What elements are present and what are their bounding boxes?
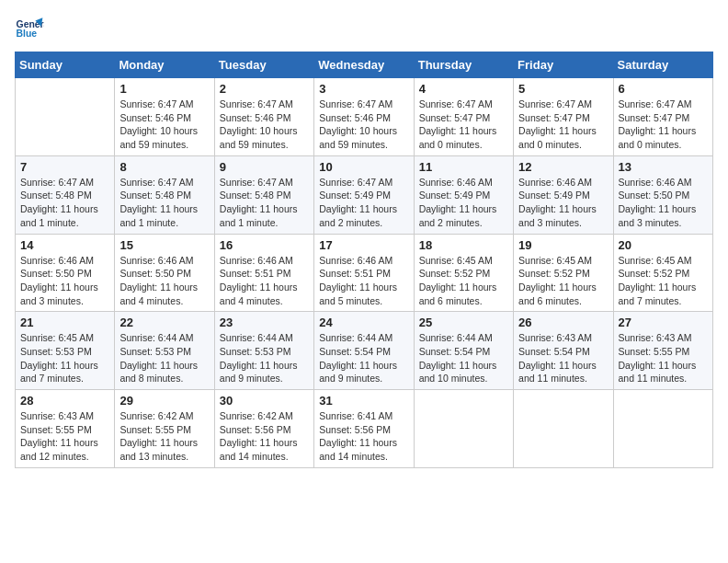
day-info: Sunrise: 6:46 AM Sunset: 5:51 PM Dayligh… <box>220 254 309 308</box>
day-info: Sunrise: 6:47 AM Sunset: 5:47 PM Dayligh… <box>619 98 708 152</box>
day-of-week-header: Wednesday <box>314 52 414 78</box>
day-number: 13 <box>619 160 708 174</box>
logo-icon: General Blue <box>15 15 44 44</box>
day-number: 15 <box>119 238 209 252</box>
day-number: 23 <box>220 316 309 329</box>
day-info: Sunrise: 6:41 AM Sunset: 5:56 PM Dayligh… <box>319 409 408 464</box>
calendar-cell: 24Sunrise: 6:44 AM Sunset: 5:54 PM Dayli… <box>314 312 414 390</box>
calendar-cell: 17Sunrise: 6:46 AM Sunset: 5:51 PM Dayli… <box>314 234 414 312</box>
calendar-cell: 12Sunrise: 6:46 AM Sunset: 5:49 PM Dayli… <box>514 155 613 234</box>
day-number: 1 <box>119 82 209 96</box>
day-info: Sunrise: 6:43 AM Sunset: 5:55 PM Dayligh… <box>619 331 708 385</box>
calendar-cell <box>414 390 513 468</box>
day-number: 12 <box>518 160 608 174</box>
day-number: 31 <box>319 394 408 408</box>
day-info: Sunrise: 6:46 AM Sunset: 5:49 PM Dayligh… <box>518 176 608 230</box>
calendar-cell: 5Sunrise: 6:47 AM Sunset: 5:47 PM Daylig… <box>514 78 613 156</box>
day-number: 28 <box>20 394 109 408</box>
day-info: Sunrise: 6:44 AM Sunset: 5:54 PM Dayligh… <box>419 331 508 385</box>
day-info: Sunrise: 6:45 AM Sunset: 5:53 PM Dayligh… <box>20 331 109 385</box>
day-number: 26 <box>518 316 608 329</box>
day-of-week-header: Saturday <box>613 52 712 78</box>
calendar-cell: 28Sunrise: 6:43 AM Sunset: 5:55 PM Dayli… <box>16 390 115 468</box>
svg-text:Blue: Blue <box>17 29 38 39</box>
day-info: Sunrise: 6:46 AM Sunset: 5:50 PM Dayligh… <box>619 176 708 230</box>
calendar-cell: 2Sunrise: 6:47 AM Sunset: 5:46 PM Daylig… <box>214 78 313 156</box>
calendar-cell: 19Sunrise: 6:45 AM Sunset: 5:52 PM Dayli… <box>514 234 613 312</box>
calendar-cell: 26Sunrise: 6:43 AM Sunset: 5:54 PM Dayli… <box>514 312 613 390</box>
day-info: Sunrise: 6:47 AM Sunset: 5:47 PM Dayligh… <box>419 98 508 152</box>
calendar-header-row: SundayMondayTuesdayWednesdayThursdayFrid… <box>16 52 713 78</box>
day-info: Sunrise: 6:45 AM Sunset: 5:52 PM Dayligh… <box>619 254 708 308</box>
calendar-cell <box>613 390 712 468</box>
day-info: Sunrise: 6:42 AM Sunset: 5:56 PM Dayligh… <box>220 409 309 464</box>
day-info: Sunrise: 6:47 AM Sunset: 5:48 PM Dayligh… <box>119 176 209 230</box>
day-number: 2 <box>220 82 309 96</box>
calendar-cell: 4Sunrise: 6:47 AM Sunset: 5:47 PM Daylig… <box>414 78 513 156</box>
day-of-week-header: Thursday <box>414 52 513 78</box>
day-number: 25 <box>419 316 508 329</box>
calendar-week-row: 1Sunrise: 6:47 AM Sunset: 5:46 PM Daylig… <box>16 78 713 156</box>
day-info: Sunrise: 6:46 AM Sunset: 5:51 PM Dayligh… <box>319 254 408 308</box>
calendar-cell: 3Sunrise: 6:47 AM Sunset: 5:46 PM Daylig… <box>314 78 414 156</box>
calendar-cell: 30Sunrise: 6:42 AM Sunset: 5:56 PM Dayli… <box>214 390 313 468</box>
day-number: 14 <box>20 238 109 252</box>
calendar-week-row: 28Sunrise: 6:43 AM Sunset: 5:55 PM Dayli… <box>16 390 713 468</box>
day-number: 27 <box>619 316 708 329</box>
day-info: Sunrise: 6:44 AM Sunset: 5:54 PM Dayligh… <box>319 331 408 385</box>
day-info: Sunrise: 6:47 AM Sunset: 5:49 PM Dayligh… <box>319 176 408 230</box>
day-number: 9 <box>220 160 309 174</box>
calendar-week-row: 7Sunrise: 6:47 AM Sunset: 5:48 PM Daylig… <box>16 155 713 234</box>
calendar-cell <box>16 78 115 156</box>
calendar-cell: 11Sunrise: 6:46 AM Sunset: 5:49 PM Dayli… <box>414 155 513 234</box>
day-info: Sunrise: 6:43 AM Sunset: 5:55 PM Dayligh… <box>20 409 109 464</box>
day-of-week-header: Sunday <box>16 52 115 78</box>
day-number: 8 <box>119 160 209 174</box>
day-info: Sunrise: 6:46 AM Sunset: 5:49 PM Dayligh… <box>419 176 508 230</box>
day-info: Sunrise: 6:46 AM Sunset: 5:50 PM Dayligh… <box>119 254 209 308</box>
day-of-week-header: Tuesday <box>214 52 313 78</box>
day-info: Sunrise: 6:46 AM Sunset: 5:50 PM Dayligh… <box>20 254 109 308</box>
day-number: 11 <box>419 160 508 174</box>
calendar-cell: 9Sunrise: 6:47 AM Sunset: 5:48 PM Daylig… <box>214 155 313 234</box>
calendar-cell: 29Sunrise: 6:42 AM Sunset: 5:55 PM Dayli… <box>115 390 214 468</box>
calendar-table: SundayMondayTuesdayWednesdayThursdayFrid… <box>15 52 713 468</box>
calendar-week-row: 14Sunrise: 6:46 AM Sunset: 5:50 PM Dayli… <box>16 234 713 312</box>
calendar-cell: 14Sunrise: 6:46 AM Sunset: 5:50 PM Dayli… <box>16 234 115 312</box>
day-info: Sunrise: 6:43 AM Sunset: 5:54 PM Dayligh… <box>518 331 608 385</box>
calendar-cell: 13Sunrise: 6:46 AM Sunset: 5:50 PM Dayli… <box>613 155 712 234</box>
calendar-cell: 1Sunrise: 6:47 AM Sunset: 5:46 PM Daylig… <box>115 78 214 156</box>
day-info: Sunrise: 6:47 AM Sunset: 5:46 PM Dayligh… <box>119 98 209 152</box>
day-of-week-header: Friday <box>514 52 613 78</box>
day-info: Sunrise: 6:44 AM Sunset: 5:53 PM Dayligh… <box>220 331 309 385</box>
day-info: Sunrise: 6:47 AM Sunset: 5:48 PM Dayligh… <box>20 176 109 230</box>
day-number: 21 <box>20 316 109 329</box>
page-header: General Blue <box>15 15 713 44</box>
day-info: Sunrise: 6:45 AM Sunset: 5:52 PM Dayligh… <box>518 254 608 308</box>
calendar-cell: 25Sunrise: 6:44 AM Sunset: 5:54 PM Dayli… <box>414 312 513 390</box>
day-info: Sunrise: 6:45 AM Sunset: 5:52 PM Dayligh… <box>419 254 508 308</box>
day-number: 20 <box>619 238 708 252</box>
day-number: 16 <box>220 238 309 252</box>
calendar-cell: 21Sunrise: 6:45 AM Sunset: 5:53 PM Dayli… <box>16 312 115 390</box>
calendar-cell: 18Sunrise: 6:45 AM Sunset: 5:52 PM Dayli… <box>414 234 513 312</box>
day-number: 4 <box>419 82 508 96</box>
day-number: 22 <box>119 316 209 329</box>
calendar-cell: 16Sunrise: 6:46 AM Sunset: 5:51 PM Dayli… <box>214 234 313 312</box>
day-number: 5 <box>518 82 608 96</box>
day-number: 19 <box>518 238 608 252</box>
day-info: Sunrise: 6:47 AM Sunset: 5:46 PM Dayligh… <box>220 98 309 152</box>
calendar-cell: 22Sunrise: 6:44 AM Sunset: 5:53 PM Dayli… <box>115 312 214 390</box>
calendar-cell: 7Sunrise: 6:47 AM Sunset: 5:48 PM Daylig… <box>16 155 115 234</box>
day-number: 6 <box>619 82 708 96</box>
day-number: 29 <box>119 394 209 408</box>
calendar-cell: 23Sunrise: 6:44 AM Sunset: 5:53 PM Dayli… <box>214 312 313 390</box>
calendar-cell <box>514 390 613 468</box>
day-number: 17 <box>319 238 408 252</box>
day-info: Sunrise: 6:42 AM Sunset: 5:55 PM Dayligh… <box>119 409 209 464</box>
logo: General Blue <box>15 15 48 44</box>
day-number: 7 <box>20 160 109 174</box>
day-number: 24 <box>319 316 408 329</box>
day-number: 10 <box>319 160 408 174</box>
day-number: 30 <box>220 394 309 408</box>
